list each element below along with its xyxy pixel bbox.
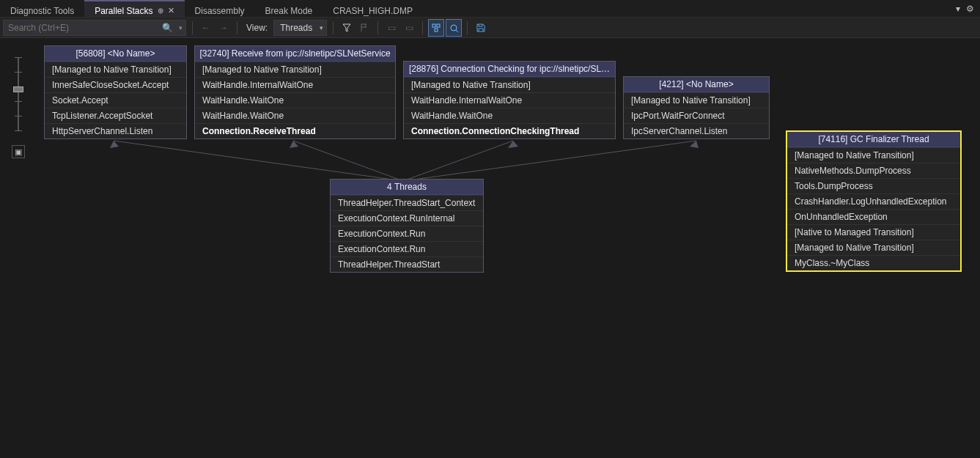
chevron-down-icon: ▾	[320, 24, 323, 32]
stack-header[interactable]: [28876] Connection Checking for ipc://sl…	[404, 62, 615, 77]
stack-frame[interactable]: ThreadHelper.ThreadStart	[331, 256, 483, 272]
tab-diagnostic-tools[interactable]: Diagnostic Tools	[0, 0, 84, 17]
stack-frame[interactable]: MyClass.~MyClass	[787, 255, 960, 270]
stack-frame[interactable]: WaitHandle.InternalWaitOne	[195, 77, 395, 92]
svg-line-7	[293, 141, 403, 181]
autoscroll-icon[interactable]	[446, 20, 461, 36]
stack-frame[interactable]: ThreadHelper.ThreadStart_Context	[331, 195, 483, 210]
window-menu-icon[interactable]: ▾	[956, 4, 960, 14]
svg-rect-2	[435, 29, 438, 32]
search-input[interactable]	[4, 23, 159, 33]
parallel-stacks-canvas[interactable]: ▣ [56808] <No Name> [Managed to Native T…	[0, 38, 980, 458]
stack-frame[interactable]: Connection.ConnectionCheckingThread	[404, 123, 615, 138]
stack-frame[interactable]: WaitHandle.WaitOne	[195, 92, 395, 108]
separator	[422, 21, 423, 34]
search-icon[interactable]: 🔍	[159, 23, 176, 33]
tab-crash-dump[interactable]: CRASH_HIGH.DMP	[323, 0, 423, 17]
stack-frame[interactable]: CrashHandler.LogUnhandledException	[787, 193, 960, 209]
stack-frame[interactable]: TcpListener.AcceptSocket	[45, 108, 186, 123]
stack-box-32740[interactable]: [32740] Receive from ipc://slnetipc/SLNe…	[194, 45, 396, 139]
stack-frame[interactable]: IpcPort.WaitForConnect	[624, 108, 769, 123]
stack-frame[interactable]: Tools.DumpProcess	[787, 178, 960, 193]
separator	[192, 21, 193, 34]
stack-frame[interactable]: Socket.Accept	[45, 92, 186, 108]
pin-icon[interactable]: ⊕	[158, 7, 163, 15]
stack-header[interactable]: [56808] <No Name>	[45, 46, 186, 62]
stack-frame[interactable]: [Managed to Native Transition]	[45, 62, 186, 77]
view-dropdown[interactable]: Threads ▾	[273, 20, 327, 36]
stack-header[interactable]: [74116] GC Finalizer Thread	[787, 132, 960, 147]
nav-forward-button[interactable]: →	[216, 20, 231, 36]
flag-icon[interactable]	[357, 20, 372, 36]
zoom-fit-button[interactable]: ▣	[12, 145, 25, 158]
stack-frame[interactable]: [Managed to Native Transition]	[404, 77, 615, 92]
stack-box-4212[interactable]: [4212] <No Name> [Managed to Native Tran…	[623, 76, 770, 139]
stack-box-74116[interactable]: [74116] GC Finalizer Thread [Managed to …	[786, 130, 962, 272]
svg-line-5	[114, 141, 403, 181]
tab-disassembly[interactable]: Disassembly	[185, 0, 255, 17]
stack-frame[interactable]: ExecutionContext.RunInternal	[331, 210, 483, 226]
document-tabs: Diagnostic Tools Parallel Stacks ⊕ ✕ Dis…	[0, 0, 980, 18]
freeze-icon[interactable]: ▭	[384, 20, 399, 36]
search-box[interactable]: 🔍 ▾	[3, 20, 186, 36]
svg-line-11	[403, 141, 696, 181]
svg-marker-8	[290, 141, 298, 148]
nav-back-button[interactable]: ←	[199, 20, 213, 36]
stack-frame[interactable]: [Managed to Native Transition]	[624, 92, 769, 108]
search-dropdown-icon[interactable]: ▾	[176, 24, 185, 32]
tab-break-mode[interactable]: Break Mode	[255, 0, 323, 17]
separator	[467, 21, 468, 34]
filter-icon[interactable]	[339, 20, 354, 36]
toggle-method-view-icon[interactable]	[429, 20, 443, 36]
toolbar: 🔍 ▾ ← → View: Threads ▾ ▭ ▭	[0, 18, 980, 38]
stack-header[interactable]: 4 Threads	[331, 180, 483, 195]
view-value: Threads	[280, 23, 312, 33]
svg-rect-0	[432, 24, 435, 27]
separator	[237, 21, 237, 34]
zoom-slider[interactable]: ▣	[13, 51, 23, 154]
stack-frame[interactable]: IpcServerChannel.Listen	[624, 123, 769, 138]
stack-frame[interactable]: OnUnhandledException	[787, 209, 960, 224]
svg-marker-10	[508, 141, 518, 148]
stack-frame[interactable]: NativeMethods.DumpProcess	[787, 163, 960, 178]
svg-line-4	[456, 30, 458, 32]
stack-frame[interactable]: WaitHandle.WaitOne	[195, 108, 395, 123]
separator	[333, 21, 334, 34]
stack-frame[interactable]: WaitHandle.WaitOne	[404, 108, 615, 123]
stack-frame[interactable]: InnerSafeCloseSocket.Accept	[45, 77, 186, 92]
close-icon[interactable]: ✕	[168, 6, 174, 15]
save-icon[interactable]	[474, 20, 488, 36]
stack-frame[interactable]: [Managed to Native Transition]	[195, 62, 395, 77]
stack-frame[interactable]: ExecutionContext.Run	[331, 241, 483, 256]
stack-box-4threads[interactable]: 4 Threads ThreadHelper.ThreadStart_Conte…	[330, 179, 484, 273]
tab-parallel-stacks[interactable]: Parallel Stacks ⊕ ✕	[84, 0, 184, 17]
stack-frame[interactable]: ExecutionContext.Run	[331, 226, 483, 241]
view-label: View:	[243, 23, 270, 33]
svg-marker-6	[110, 141, 119, 148]
stack-frame[interactable]: HttpServerChannel.Listen	[45, 123, 186, 138]
stack-frame[interactable]: [Native to Managed Transition]	[787, 224, 960, 240]
thaw-icon[interactable]: ▭	[402, 20, 416, 36]
separator	[377, 21, 378, 34]
stack-box-28876[interactable]: [28876] Connection Checking for ipc://sl…	[403, 61, 616, 139]
stack-frame[interactable]: Connection.ReceiveThread	[195, 123, 395, 138]
stack-frame[interactable]: [Managed to Native Transition]	[787, 147, 960, 163]
stack-header[interactable]: [32740] Receive from ipc://slnetipc/SLNe…	[195, 46, 395, 62]
stack-header[interactable]: [4212] <No Name>	[624, 77, 769, 92]
svg-marker-12	[690, 141, 699, 148]
stack-frame[interactable]: WaitHandle.InternalWaitOne	[404, 92, 615, 108]
zoom-thumb[interactable]	[13, 86, 23, 92]
gear-icon[interactable]: ⚙	[966, 4, 974, 14]
stack-box-56808[interactable]: [56808] <No Name> [Managed to Native Tra…	[44, 45, 187, 139]
svg-point-3	[451, 25, 457, 31]
svg-line-9	[403, 141, 513, 181]
stack-frame[interactable]: [Managed to Native Transition]	[787, 240, 960, 255]
svg-rect-1	[437, 24, 440, 27]
